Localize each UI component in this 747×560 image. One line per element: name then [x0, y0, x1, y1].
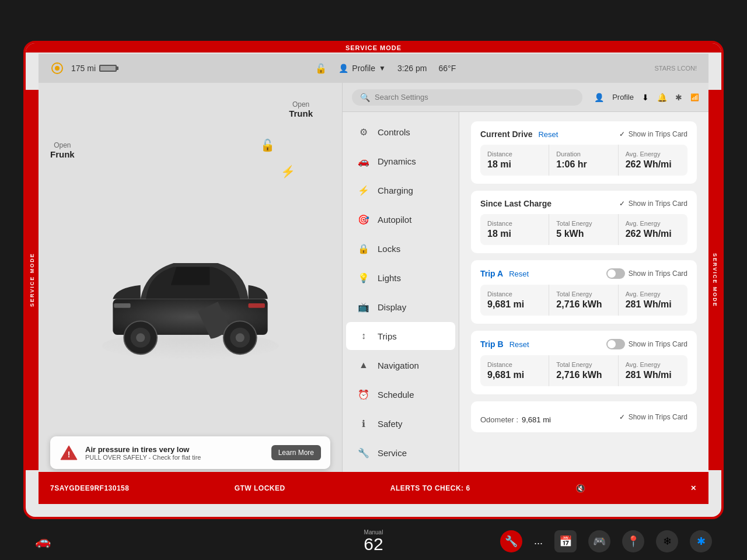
pin-icon[interactable]: 📍	[622, 530, 644, 552]
menu-item-safety[interactable]: ℹ Safety	[346, 410, 455, 438]
taskbar-right: 🔧 ... 📅 🎮 📍 ❄ ✱	[486, 530, 712, 552]
menu-item-display[interactable]: 📺 Display	[346, 293, 455, 321]
vin-display: 7SAYGDEE9RF130158	[50, 484, 129, 492]
odometer-check: ✓	[619, 413, 625, 421]
top-bar-left: ! 175 mi	[50, 61, 117, 75]
trip-b-distance-value: 9,681 mi	[487, 370, 542, 380]
bluetooth-icon[interactable]: ✱	[675, 93, 682, 102]
trunk-lock-icon: 🔓	[260, 138, 275, 152]
current-drive-title: Current Drive	[480, 130, 532, 139]
odometer-label: Odometer :	[480, 415, 518, 424]
slc-avg-energy-label: Avg. Energy	[626, 220, 680, 227]
current-drive-energy-label: Avg. Energy	[626, 150, 680, 158]
signal-icon: 📶	[690, 93, 699, 102]
menu-item-service[interactable]: 🔧 Service	[346, 439, 455, 467]
slc-distance-value: 18 mi	[487, 229, 542, 239]
slc-avg-energy-value: 262 Wh/mi	[626, 229, 680, 239]
service-icon: 🔧	[358, 447, 369, 459]
trip-a-avg-energy: Avg. Energy 281 Wh/mi	[619, 285, 687, 316]
autopilot-label: Autopilot	[378, 215, 411, 225]
trip-b-reset-btn[interactable]: Reset	[509, 340, 529, 349]
taskbar-left: 🚗	[35, 534, 261, 549]
lights-label: Lights	[378, 273, 401, 283]
bluetooth-taskbar-icon[interactable]: ✱	[690, 530, 712, 552]
current-drive-energy: Avg. Energy 262 Wh/mi	[619, 145, 687, 176]
current-drive-section: Current Drive Reset ✓ Show in Trips Card…	[471, 121, 697, 184]
battery-bar-icon	[99, 65, 117, 72]
trip-a-distance-value: 9,681 mi	[487, 299, 542, 310]
current-time: 3:26 pm	[397, 64, 427, 73]
service-label: Service	[378, 448, 407, 458]
open-frunk-label[interactable]: Open Frunk	[50, 141, 75, 159]
battery-miles: 175 mi	[71, 64, 96, 73]
current-drive-energy-value: 262 Wh/mi	[626, 159, 680, 170]
trips-label: Trips	[378, 331, 397, 341]
trip-b-toggle[interactable]	[606, 339, 625, 349]
since-last-charge-distance: Distance 18 mi	[480, 214, 549, 245]
trip-a-reset-btn[interactable]: Reset	[509, 270, 529, 278]
taskbar: 🚗 Manual 62 🔧 ... 📅 🎮 📍 ❄ ✱	[0, 522, 747, 560]
trip-b-energy: Total Energy 2,716 kWh	[549, 355, 618, 386]
trip-a-toggle[interactable]	[606, 268, 625, 279]
menu-item-locks[interactable]: 🔒 Locks	[346, 235, 455, 262]
trip-a-distance-label: Distance	[487, 290, 542, 298]
search-icon: 🔍	[360, 93, 370, 102]
learn-more-button[interactable]: Learn More	[271, 445, 321, 460]
menu-item-trips[interactable]: ↕ Trips	[346, 322, 455, 350]
profile-nav-btn[interactable]: 👤 Profile ▼	[338, 64, 386, 73]
search-input[interactable]	[375, 93, 574, 102]
trip-b-avg-energy-value: 281 Wh/mi	[626, 370, 680, 380]
volume-mute-icon[interactable]: 🔇	[575, 484, 586, 493]
menu-item-charging[interactable]: ⚡ Charging	[346, 176, 455, 204]
gtw-status: GTW LOCKED	[235, 484, 285, 492]
bottom-status-bar: 7SAYGDEE9RF130158 GTW LOCKED ALERTS TO C…	[39, 472, 708, 504]
download-icon[interactable]: ⬇	[642, 93, 649, 102]
search-bar[interactable]: 🔍	[352, 89, 582, 106]
svg-rect-12	[114, 303, 130, 308]
trip-b-show-label: Show in Trips Card	[629, 340, 687, 348]
menu-item-navigation[interactable]: ▲ Navigation	[346, 351, 455, 379]
trip-a-energy-label: Total Energy	[556, 290, 610, 298]
fan-icon[interactable]: ❄	[656, 530, 678, 552]
warning-text-container: Air pressure in tires very low PULL OVER…	[85, 445, 264, 461]
locks-label: Locks	[378, 244, 400, 254]
current-drive-header: Current Drive Reset ✓ Show in Trips Card	[480, 130, 687, 139]
lock-icon: 🔓	[315, 63, 327, 74]
trip-b-section: Trip B Reset Show in Trips Card Distance	[471, 331, 697, 394]
taskbar-center: Manual 62	[261, 529, 487, 553]
menu-list: ⚙ Controls 🚗 Dynamics ⚡ Charging 🎯 Autop…	[343, 112, 459, 504]
service-mode-left-banner: SERVICE MODE	[26, 90, 39, 470]
screen-container: SERVICE MODE SERVICE MODE SERVICE MODE !…	[23, 41, 724, 519]
more-button[interactable]: ...	[534, 535, 543, 547]
warning-subtitle: PULL OVER SAFELY - Check for flat tire	[85, 454, 264, 461]
menu-item-schedule[interactable]: ⏰ Schedule	[346, 380, 455, 408]
profile-icon-sm[interactable]: 👤	[594, 93, 604, 102]
close-icon-bottom[interactable]: ✕	[690, 484, 697, 492]
profile-label-sm: Profile	[612, 93, 634, 102]
trips-icon: ↕	[358, 330, 369, 342]
charging-icon: ⚡	[358, 184, 369, 196]
tools-button[interactable]: 🔧	[500, 530, 522, 552]
menu-item-controls[interactable]: ⚙ Controls	[346, 118, 455, 146]
stars-icon: STARS LCON!	[654, 65, 697, 72]
trip-b-avg-energy: Avg. Energy 281 Wh/mi	[619, 355, 687, 386]
rainbow-icon[interactable]: 🎮	[588, 530, 610, 552]
safety-label: Safety	[378, 419, 403, 429]
open-trunk-label[interactable]: Open Trunk	[289, 100, 313, 118]
menu-item-dynamics[interactable]: 🚗 Dynamics	[346, 147, 455, 175]
right-panel: 🔍 👤 Profile ⬇ 🔔 ✱ 📶 ⚙	[342, 83, 708, 504]
current-drive-distance-value: 18 mi	[487, 159, 542, 170]
open-frunk-line1: Open	[50, 141, 75, 149]
tire-pressure-icon: !	[50, 61, 64, 75]
menu-item-autopilot[interactable]: 🎯 Autopilot	[346, 205, 455, 233]
calendar-icon[interactable]: 📅	[554, 530, 577, 552]
menu-item-lights[interactable]: 💡 Lights	[346, 264, 455, 292]
trip-b-energy-value: 2,716 kWh	[556, 370, 610, 380]
service-mode-right-banner: SERVICE MODE	[708, 90, 721, 470]
speed-value: 62	[364, 536, 383, 553]
current-drive-reset-btn[interactable]: Reset	[538, 130, 558, 139]
schedule-label: Schedule	[378, 390, 414, 400]
since-last-charge-header: Since Last Charge ✓ Show in Trips Card	[480, 199, 687, 208]
bell-icon[interactable]: 🔔	[657, 93, 667, 102]
warning-triangle-icon: !	[60, 443, 78, 462]
